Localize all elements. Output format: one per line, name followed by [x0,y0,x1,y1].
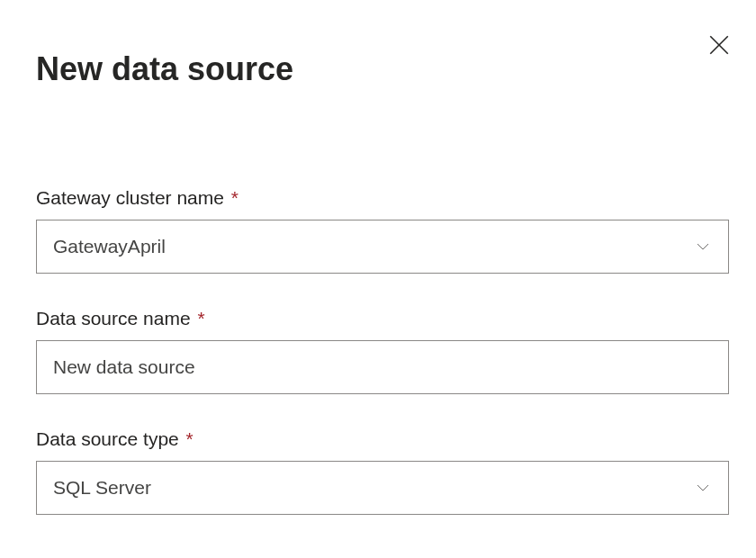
required-mark: * [197,308,204,328]
data-source-name-label: Data source name * [36,308,720,329]
label-text: Gateway cluster name [36,187,224,208]
gateway-cluster-dropdown[interactable]: GatewayApril [36,220,729,274]
form: Gateway cluster name * GatewayApril Data… [36,187,720,515]
label-text: Data source name [36,308,191,328]
data-source-type-dropdown[interactable]: SQL Server [36,461,729,515]
data-source-name-input[interactable] [36,340,729,394]
close-icon [707,33,731,59]
new-data-source-panel: New data source Gateway cluster name * G… [0,0,756,558]
close-button[interactable] [704,31,734,61]
required-mark: * [231,187,238,208]
chevron-down-icon [694,238,712,256]
chevron-down-icon [694,479,712,497]
label-text: Data source type [36,428,179,449]
data-source-type-field: Data source type * SQL Server [36,428,720,515]
data-source-type-label: Data source type * [36,428,720,450]
required-mark: * [186,428,194,449]
dropdown-value: GatewayApril [53,236,166,257]
data-source-name-field: Data source name * [36,308,720,394]
gateway-cluster-field: Gateway cluster name * GatewayApril [36,187,720,274]
page-title: New data source [36,50,720,88]
gateway-cluster-label: Gateway cluster name * [36,187,720,209]
dropdown-value: SQL Server [53,477,151,499]
